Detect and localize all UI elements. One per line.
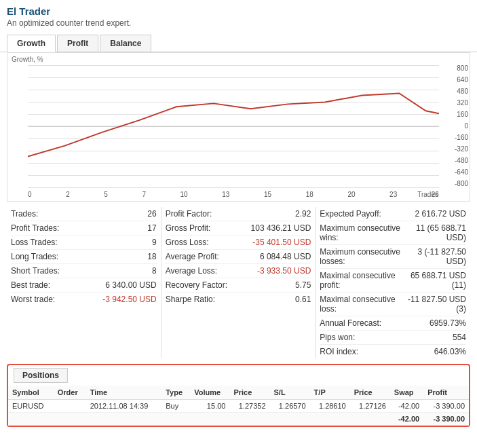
stat-avg-profit: Average Profit: 6 084.48 USD — [166, 250, 311, 264]
stats-section: Trades: 26 Profit Trades: 17 Loss Trades… — [7, 207, 470, 358]
stat-sharpe-ratio: Sharpe Ratio: 0.61 — [166, 293, 311, 306]
stat-pips-won: Pips won: 554 — [320, 331, 466, 345]
col-type: Type — [161, 386, 190, 400]
stat-max-consec-profit: Maximal consecutive profit: 65 688.71 US… — [320, 269, 466, 293]
stats-col-1: Trades: 26 Profit Trades: 17 Loss Trades… — [7, 207, 161, 358]
col-order: Order — [54, 386, 86, 400]
positions-header: Positions — [8, 365, 469, 386]
cell-tp: 1.28610 — [310, 400, 350, 413]
col-symbol: Symbol — [8, 386, 54, 400]
stat-long-trades: Long Trades: 18 — [11, 250, 157, 264]
stat-profit-factor: Profit Factor: 2.92 — [166, 207, 311, 221]
positions-tab[interactable]: Positions — [14, 368, 68, 383]
col-profit: Profit — [423, 386, 469, 400]
stat-profit-trades: Profit Trades: 17 — [11, 221, 157, 236]
x-axis-label: Trades — [417, 191, 438, 198]
chart-svg — [28, 65, 439, 187]
stat-loss-trades: Loss Trades: 9 — [11, 236, 157, 250]
col-time: Time — [86, 386, 162, 400]
stat-gross-profit: Gross Profit: 103 436.21 USD — [166, 221, 311, 236]
cell-volume: 15.00 — [190, 400, 229, 413]
stats-col-3: Expected Payoff: 2 616.72 USD Maximum co… — [316, 207, 470, 358]
cell-close-price: 1.27126 — [350, 400, 390, 413]
positions-section: Positions Symbol Order Time Type Volume … — [7, 364, 470, 427]
tab-growth[interactable]: Growth — [7, 35, 56, 52]
stat-annual-forecast: Annual Forecast: 6959.73% — [320, 316, 466, 331]
col-swap: Swap — [390, 386, 423, 400]
tab-bar: Growth Profit Balance — [0, 31, 477, 52]
col-volume: Volume — [190, 386, 229, 400]
cell-order — [54, 400, 86, 413]
stat-short-trades: Short Trades: 8 — [11, 264, 157, 278]
chart-y-label: Growth, % — [12, 56, 43, 63]
cell-sl: 1.26570 — [270, 400, 310, 413]
table-header-row: Symbol Order Time Type Volume Price S/L … — [8, 386, 469, 400]
app-subtitle: An optimized counter trend expert. — [7, 18, 470, 28]
x-axis: 0 2 5 7 10 13 15 18 20 23 26 — [28, 191, 439, 198]
stat-trades: Trades: 26 — [11, 207, 157, 221]
col-sl: S/L — [270, 386, 310, 400]
stat-max-consec-losses: Maximum consecutive losses: 3 (-11 827.5… — [320, 245, 466, 269]
tab-profit[interactable]: Profit — [57, 35, 98, 52]
stat-max-consec-wins: Maximum consecutive wins: 11 (65 688.71 … — [320, 221, 466, 245]
stats-col-2: Profit Factor: 2.92 Gross Profit: 103 43… — [161, 207, 316, 358]
app-title[interactable]: El Trader — [7, 5, 50, 17]
total-swap: -42.00 — [390, 413, 423, 426]
stat-expected-payoff: Expected Payoff: 2 616.72 USD — [320, 207, 466, 221]
cell-type: Buy — [161, 400, 190, 413]
positions-table: Symbol Order Time Type Volume Price S/L … — [8, 386, 469, 426]
table-row: EURUSD 2012.11.08 14:39 Buy 15.00 1.2735… — [8, 400, 469, 413]
cell-time: 2012.11.08 14:39 — [86, 400, 162, 413]
stat-roi-index: ROI index: 646.03% — [320, 345, 466, 358]
total-empty — [8, 413, 390, 426]
stat-worst-trade: Worst trade: -3 942.50 USD — [11, 293, 157, 306]
table-total-row: -42.00 -3 390.00 — [8, 413, 469, 426]
col-price: Price — [229, 386, 269, 400]
y-axis: 800 640 480 320 160 0 -160 -320 -480 -64… — [440, 65, 470, 187]
cell-price: 1.27352 — [229, 400, 269, 413]
stat-recovery-factor: Recovery Factor: 5.75 — [166, 278, 311, 293]
cell-profit: -3 390.00 — [423, 400, 469, 413]
cell-symbol: EURUSD — [8, 400, 54, 413]
stat-best-trade: Best trade: 6 340.00 USD — [11, 278, 157, 293]
col-tp: T/P — [310, 386, 350, 400]
cell-swap: -42.00 — [390, 400, 423, 413]
tab-balance[interactable]: Balance — [100, 35, 151, 52]
stat-gross-loss: Gross Loss: -35 401.50 USD — [166, 236, 311, 250]
col-close-price: Price — [350, 386, 390, 400]
growth-chart: Growth, % 800 640 480 320 160 0 -160 -32… — [7, 52, 470, 202]
stat-max-consec-loss: Maximal consecutive loss: -11 827.50 USD… — [320, 293, 466, 316]
total-profit: -3 390.00 — [423, 413, 469, 426]
header: El Trader An optimized counter trend exp… — [0, 0, 477, 31]
stat-avg-loss: Average Loss: -3 933.50 USD — [166, 264, 311, 278]
